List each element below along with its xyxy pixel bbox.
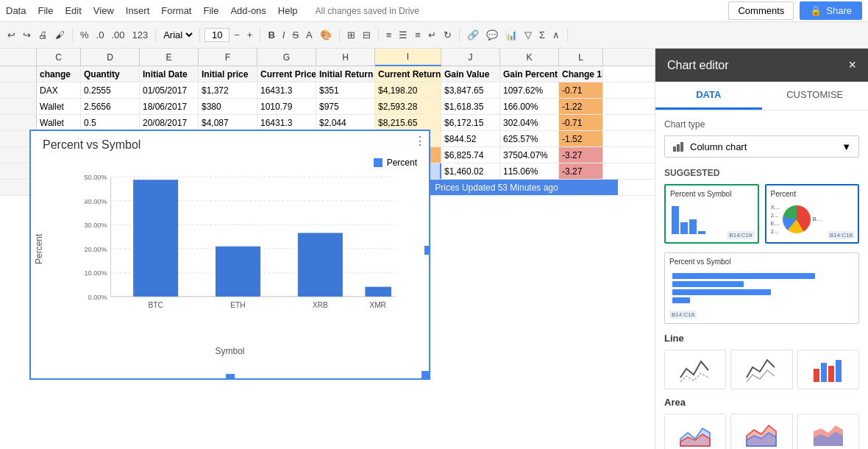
row-num (0, 66, 37, 82)
col-header-f[interactable]: F (199, 49, 257, 66)
chart-menu-dots[interactable]: ⋮ (414, 134, 426, 148)
col-header-c[interactable]: C (37, 49, 81, 66)
toolbar-decimal1[interactable]: .0 (93, 28, 107, 42)
comment-button[interactable]: 💬 (483, 28, 501, 42)
line-chart-3[interactable] (797, 350, 859, 389)
link-button[interactable]: 🔗 (464, 28, 482, 42)
col-header-h[interactable]: H (316, 49, 375, 66)
menu-addons[interactable]: Add-ons (230, 5, 266, 16)
fill-color-button[interactable]: 🎨 (317, 28, 335, 42)
col-initial-date: Initial Date (140, 66, 199, 82)
menu-insert[interactable]: Insert (126, 5, 150, 16)
bar-chart-svg: 50.00% 40.00% 30.00% 20.00% 10.00% 0.00% (53, 169, 423, 319)
border-group: ⊞ ⊟ (344, 28, 379, 42)
chart-type-select[interactable]: Column chart ▼ (664, 135, 859, 158)
toolbar-zoom[interactable]: % (77, 28, 92, 42)
toolbar-redo[interactable]: ↪ (20, 28, 34, 42)
font-size-input[interactable] (204, 28, 230, 42)
chart-body: Percent Percent (31, 155, 429, 343)
col-header-g[interactable]: G (257, 49, 316, 66)
svg-text:0.00%: 0.00% (88, 294, 107, 301)
line-chart-icon-1 (677, 354, 713, 385)
dropdown-chevron: ▼ (842, 141, 851, 152)
col-quantity: Quantity (81, 66, 140, 82)
chart-resize-handle-corner[interactable] (421, 371, 429, 378)
toolbar-paint[interactable]: 🖌 (52, 28, 68, 42)
col-header-j[interactable]: J (441, 49, 500, 66)
col-header-d[interactable]: D (81, 49, 140, 66)
strikethrough-button[interactable]: S (289, 28, 302, 42)
font-color-button[interactable]: A (303, 28, 316, 42)
area-chart-2[interactable] (730, 414, 792, 449)
share-button[interactable]: 🔒 Share (800, 1, 862, 20)
col-header-i[interactable]: I (375, 49, 441, 66)
font-size-down[interactable]: − (231, 28, 243, 42)
align-left[interactable]: ≡ (383, 28, 395, 42)
align-right[interactable]: ≡ (412, 28, 424, 42)
embedded-chart[interactable]: ⋮ Percent vs Symbol Percent Percent (29, 130, 430, 380)
suggested-horiz-bar[interactable]: Percent vs Symbol B14:C18 (664, 252, 859, 324)
tab-customise[interactable]: CUSTOMISE (762, 82, 869, 110)
table-row[interactable]: Wallet 0.5 20/08/2017 $4,087 16431.3 $2,… (0, 115, 655, 131)
bar-xrb (298, 233, 343, 296)
menu-view[interactable]: View (93, 5, 114, 16)
filter-button[interactable]: ▽ (522, 28, 535, 42)
font-family-select[interactable]: Arial (160, 29, 195, 41)
col-initial-price: Initial price (199, 66, 257, 82)
italic-button[interactable]: I (280, 28, 288, 42)
svg-rect-19 (680, 142, 683, 152)
toolbar: ↩ ↪ 🖨 🖌 % .0 .00 123 Arial − + B I S A 🎨… (0, 22, 868, 49)
menu-tools[interactable]: File (203, 5, 218, 16)
svg-rect-20 (814, 369, 819, 382)
svg-text:20.00%: 20.00% (85, 246, 107, 253)
suggested-bar-chart[interactable]: Percent vs Symbol B14:C18 (664, 184, 759, 244)
panel-close-button[interactable]: × (848, 57, 856, 73)
panel-title: Chart editor (667, 59, 729, 72)
menu-file[interactable]: File (38, 5, 53, 16)
mini-bar-xrb (689, 219, 697, 234)
svg-rect-17 (673, 146, 676, 152)
corner-cell (0, 49, 37, 66)
col-header-e[interactable]: E (140, 49, 199, 66)
chart-button[interactable]: 📊 (502, 28, 520, 42)
suggested-pie-chart[interactable]: Percent X...2...E...2... B... B14:C18 (765, 184, 860, 244)
toolbar-decimal2[interactable]: .00 (108, 28, 127, 42)
toolbar-print[interactable]: 🖨 (35, 28, 51, 42)
area-chart-icon-2 (744, 418, 779, 449)
borders-button[interactable]: ⊞ (344, 28, 358, 42)
wrap-button[interactable]: ↵ (425, 28, 439, 42)
area-chart-1[interactable] (664, 414, 726, 449)
bold-button[interactable]: B (265, 28, 277, 42)
menu-data[interactable]: Data (6, 5, 26, 16)
col-header-l[interactable]: L (559, 49, 603, 66)
align-center[interactable]: ☰ (396, 28, 410, 42)
menu-edit[interactable]: Edit (65, 5, 81, 16)
table-row[interactable]: Wallet 2.5656 18/06/2017 $380 1010.79 $9… (0, 99, 655, 115)
line-charts-grid (664, 350, 859, 389)
toolbar-undo[interactable]: ↩ (4, 28, 18, 42)
rotate-button[interactable]: ↻ (441, 28, 455, 42)
lock-icon: 🔒 (810, 5, 822, 16)
side-panel: Chart editor × DATA CUSTOMISE Chart type… (655, 49, 868, 449)
svg-text:XRB: XRB (313, 301, 328, 309)
area-section-title: Area (664, 397, 859, 408)
col-header-k[interactable]: K (500, 49, 559, 66)
auto-save-status: All changes saved in Drive (316, 6, 419, 16)
formula-button[interactable]: Σ (536, 28, 548, 42)
menu-help[interactable]: Help (278, 5, 298, 16)
chart-resize-handle-bottom[interactable] (226, 374, 235, 378)
panel-tabs: DATA CUSTOMISE (655, 82, 868, 110)
tab-data[interactable]: DATA (655, 82, 762, 110)
toolbar-num[interactable]: 123 (129, 28, 151, 42)
merge-button[interactable]: ⊟ (360, 28, 374, 42)
function-button[interactable]: ∧ (549, 28, 563, 42)
area-chart-3[interactable] (797, 414, 859, 449)
font-size-up[interactable]: + (244, 28, 256, 42)
table-row[interactable]: DAX 0.2555 01/05/2017 $1,372 16431.3 $35… (0, 82, 655, 99)
line-chart-1[interactable] (664, 350, 726, 389)
chart-resize-handle-right[interactable] (424, 246, 429, 255)
line-chart-2[interactable] (730, 350, 792, 389)
bar-btc (133, 180, 178, 297)
menu-format[interactable]: Format (161, 5, 191, 16)
comments-button[interactable]: Comments (728, 1, 794, 20)
